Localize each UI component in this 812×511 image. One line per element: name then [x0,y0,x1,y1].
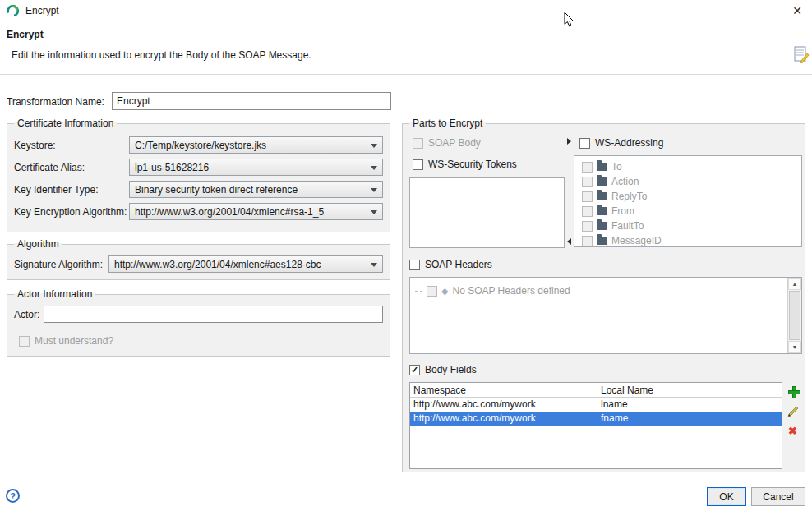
signature-algorithm-select[interactable]: http://www.w3.org/2001/04/xmlenc#aes128-… [108,256,383,273]
chevron-down-icon [371,144,377,148]
ws-security-tokens-checkbox-row: WS-Security Tokens [413,159,517,170]
ws-addressing-item-checkbox [582,236,593,246]
ws-addressing-item: From [574,204,801,219]
cell-namespace: http://www.abc.com/mywork [410,398,597,412]
soap-headers-list: ◆ No SOAP Headers defined ▲ ▼ [409,277,802,354]
must-understand-checkbox [19,336,30,347]
ws-addressing-item-checkbox [582,191,593,202]
help-icon[interactable]: ? [6,489,20,503]
vertical-scrollbar[interactable]: ▲ ▼ [787,278,801,353]
key-identifier-type-row: Key Identifier Type: Binary security tok… [7,178,390,200]
folder-icon [597,192,607,200]
scroll-thumb[interactable] [789,291,800,340]
folder-icon [597,207,607,215]
certificate-information-group: Certificate Information Keystore: C:/Tem… [7,123,390,232]
actor-information-group: Actor Information Actor: Must understand… [7,294,390,357]
folder-icon [597,222,607,230]
soap-headers-empty-label: No SOAP Headers defined [452,285,570,297]
ok-button[interactable]: OK [707,487,746,506]
app-icon [7,5,19,17]
transformation-name-label: Transformation Name: [7,96,104,108]
ws-addressing-item-checkbox [582,221,593,232]
key-identifier-type-value: Binary security token direct reference [135,184,298,196]
check-icon: ✓ [411,366,418,375]
close-icon[interactable]: ✕ [792,5,802,16]
add-row-icon[interactable] [788,386,799,397]
ws-addressing-item-label: Action [611,176,639,187]
soap-headers-empty-row: ◆ No SOAP Headers defined [410,283,801,298]
scroll-up-icon[interactable]: ▲ [788,278,801,290]
soap-body-checkbox-row: SOAP Body [413,137,481,149]
soap-body-checkbox [413,138,423,149]
body-fields-table: Namespace Local Name http://www.abc.com/… [409,382,782,469]
column-header-namespace[interactable]: Namespace [410,383,597,397]
ws-addressing-item-label: To [611,161,622,173]
folder-icon [597,163,607,171]
diamond-icon: ◆ [441,287,448,296]
body-fields-checkbox[interactable]: ✓ [409,365,420,375]
key-encryption-algorithm-select[interactable]: http://www.w3.org/2001/04/xmlenc#rsa-1_5 [129,203,383,220]
chevron-down-icon [371,166,377,170]
page-title: Encrypt [7,29,44,40]
ws-addressing-checkbox-row: WS-Addressing [579,137,663,149]
certificate-alias-value: lp1-us-51628216 [135,162,209,173]
edit-document-icon [794,46,810,66]
ws-addressing-item-label: From [611,205,634,217]
folder-icon [597,237,607,245]
table-row-selected[interactable]: http://www.abc.com/mywork fname [410,412,782,426]
header-separator [0,74,812,75]
cancel-button[interactable]: Cancel [751,487,805,506]
ws-addressing-item-checkbox [582,206,593,217]
key-encryption-algorithm-label: Key Encryption Algorithm: [14,206,129,218]
signature-algorithm-label: Signature Algorithm: [14,259,108,270]
sash-collapse-left-icon[interactable] [567,238,571,245]
actor-row: Actor: [7,303,390,325]
ws-addressing-item: To [574,159,801,174]
key-encryption-algorithm-value: http://www.w3.org/2001/04/xmlenc#rsa-1_5 [135,206,324,218]
parts-to-encrypt-legend: Parts to Encrypt [409,117,486,129]
edit-row-icon[interactable] [787,405,800,420]
chevron-down-icon [371,263,377,267]
certificate-information-legend: Certificate Information [14,117,117,129]
ws-addressing-tree: To Action ReplyTo From FaultTo MessageID [574,155,802,247]
ws-addressing-item: MessageID [574,233,801,248]
actor-input[interactable] [44,306,383,323]
ws-addressing-item-label: ReplyTo [611,191,647,202]
scroll-down-icon[interactable]: ▼ [788,341,801,353]
soap-headers-empty-checkbox [427,286,437,297]
ws-addressing-item: ReplyTo [574,189,801,204]
ws-security-tokens-list[interactable] [409,177,565,248]
transformation-name-input[interactable] [112,92,391,110]
soap-headers-checkbox[interactable] [409,260,420,270]
body-fields-label: Body Fields [425,364,477,375]
signature-algorithm-value: http://www.w3.org/2001/04/xmlenc#aes128-… [114,259,321,270]
keystore-label: Keystore: [14,140,129,151]
certificate-alias-label: Certificate Alias: [14,162,129,173]
soap-body-label: SOAP Body [428,137,481,149]
title-bar: Encrypt ✕ [0,0,812,21]
ws-addressing-item-checkbox [582,177,593,187]
must-understand-checkbox-row: Must understand? [19,335,113,347]
ws-security-tokens-label: WS-Security Tokens [428,159,517,170]
certificate-alias-row: Certificate Alias: lp1-us-51628216 [7,156,390,178]
must-understand-label: Must understand? [35,335,113,347]
key-identifier-type-label: Key Identifier Type: [14,184,129,196]
ws-security-tokens-checkbox[interactable] [413,159,423,170]
keystore-select[interactable]: C:/Temp/keystore/keystore.jks [129,136,383,154]
ws-addressing-item: FaultTo [574,219,801,233]
chevron-down-icon [371,210,377,214]
sash-collapse-right-icon[interactable] [567,138,571,145]
key-encryption-algorithm-row: Key Encryption Algorithm: http://www.w3.… [7,200,390,223]
ws-addressing-item-checkbox [582,162,593,173]
ws-addressing-item: Action [574,174,801,189]
window-title: Encrypt [25,5,59,16]
actor-information-legend: Actor Information [14,288,95,300]
delete-row-icon[interactable]: ✖ [788,426,797,436]
table-row[interactable]: http://www.abc.com/mywork lname [410,398,782,412]
signature-algorithm-row: Signature Algorithm: http://www.w3.org/2… [7,253,390,275]
panel-splitter[interactable] [565,134,574,249]
ws-addressing-checkbox[interactable] [579,138,590,149]
certificate-alias-select[interactable]: lp1-us-51628216 [129,159,383,176]
column-header-local-name[interactable]: Local Name [597,383,782,397]
key-identifier-type-select[interactable]: Binary security token direct reference [129,181,383,198]
